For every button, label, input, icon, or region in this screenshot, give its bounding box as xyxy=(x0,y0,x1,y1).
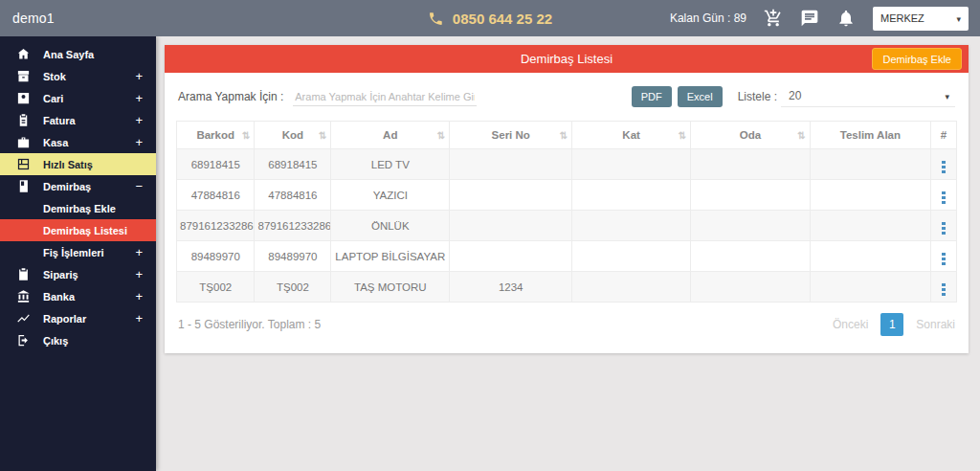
column-header-kat[interactable]: Kat xyxy=(572,122,691,149)
current-page-button[interactable]: 1 xyxy=(880,313,903,336)
expand-plus-icon: + xyxy=(135,114,143,126)
sort-icon[interactable] xyxy=(319,130,326,141)
sidebar-item-label: Fiş İşlemleri xyxy=(43,247,104,258)
sidebar-item-label: Kasa xyxy=(43,137,68,148)
cart-icon[interactable] xyxy=(764,9,783,28)
sidebar-item-hizli-satis[interactable]: Hızlı Satış xyxy=(0,153,156,175)
logout-icon xyxy=(16,333,31,348)
chevron-down-icon xyxy=(945,89,949,102)
column-header-actions: # xyxy=(931,122,957,149)
sidebar-item-demirbas[interactable]: Demirbaş − xyxy=(0,175,156,197)
row-actions-menu-icon[interactable] xyxy=(938,282,949,298)
sidebar-item-label: Banka xyxy=(43,291,75,303)
remaining-days: Kalan Gün : 89 xyxy=(670,11,746,25)
sort-icon[interactable] xyxy=(560,130,568,141)
assets-table: Barkod Kod Ad Seri No Kat Oda Teslim Ala… xyxy=(176,121,957,303)
sidebar-item-label: Fatura xyxy=(43,115,76,126)
sidebar-item-label: Sipariş xyxy=(43,269,78,280)
excel-export-button[interactable]: Excel xyxy=(678,86,723,107)
next-page-button[interactable]: Sonraki xyxy=(916,318,955,331)
sort-icon[interactable] xyxy=(679,130,686,141)
pagination: Önceki 1 Sonraki xyxy=(833,313,955,336)
cash-register-icon xyxy=(16,157,31,171)
branch-select-value: MERKEZ xyxy=(880,12,924,24)
sidebar-item-fis-islemleri[interactable]: Fiş İşlemleri + xyxy=(0,241,156,263)
sidebar-item-fatura[interactable]: Fatura + xyxy=(0,109,156,131)
clipboard-icon xyxy=(16,267,31,281)
table-row: 87916123328664 87916123328664 ÖNLÜK xyxy=(177,211,957,241)
invoice-icon xyxy=(16,113,31,127)
sidebar-item-label: Ana Sayfa xyxy=(43,49,94,60)
page-size-select[interactable]: 20 xyxy=(781,86,955,107)
column-header-kod[interactable]: Kod xyxy=(255,122,331,149)
page-size-label: Listele : xyxy=(738,90,777,103)
sort-icon[interactable] xyxy=(437,130,445,141)
row-actions-menu-icon[interactable] xyxy=(938,191,949,206)
sidebar-item-demirbas-ekle[interactable]: Demirbaş Ekle xyxy=(0,197,156,219)
inventory-box-icon xyxy=(16,69,31,83)
expand-plus-icon: + xyxy=(135,268,143,280)
search-input[interactable] xyxy=(293,88,477,106)
pdf-export-button[interactable]: PDF xyxy=(632,86,672,107)
sidebar-item-cari[interactable]: Cari + xyxy=(0,87,156,109)
add-asset-button[interactable]: Demirbaş Ekle xyxy=(872,48,962,70)
table-row: 68918415 68918415 LED TV xyxy=(177,149,957,180)
home-icon xyxy=(16,47,31,61)
row-actions-menu-icon[interactable] xyxy=(938,221,949,236)
column-header-oda[interactable]: Oda xyxy=(691,122,811,149)
briefcase-icon xyxy=(16,135,31,149)
asset-tablet-icon xyxy=(16,179,31,193)
sidebar-item-stok[interactable]: Stok + xyxy=(0,65,156,87)
results-summary: 1 - 5 Gösteriliyor. Toplam : 5 xyxy=(178,318,321,331)
sidebar-item-siparis[interactable]: Sipariş + xyxy=(0,263,156,285)
asset-list-card: Demirbaş Listesi Demirbaş Ekle Arama Yap… xyxy=(165,45,969,353)
column-header-barkod[interactable]: Barkod xyxy=(177,122,255,149)
bank-icon xyxy=(16,289,31,303)
expand-plus-icon: + xyxy=(135,136,143,148)
phone-number: 0850 644 25 22 xyxy=(453,11,552,27)
expand-plus-icon: + xyxy=(135,246,143,258)
notifications-bell-icon[interactable] xyxy=(836,9,856,28)
table-row: 47884816 47884816 YAZICI xyxy=(177,180,957,211)
sidebar-item-label: Cari xyxy=(43,93,63,104)
sidebar-item-ana-sayfa[interactable]: Ana Sayfa xyxy=(0,43,156,65)
sidebar: Ana Sayfa Stok + Cari + Fatura + Kasa + … xyxy=(0,36,156,471)
sort-icon[interactable] xyxy=(242,130,250,141)
column-header-ad[interactable]: Ad xyxy=(331,122,450,149)
card-header: Demirbaş Listesi Demirbaş Ekle xyxy=(165,45,969,73)
sidebar-item-label: Çıkış xyxy=(43,335,68,347)
page-size-control: Listele : 20 xyxy=(738,86,955,107)
branch-select[interactable]: MERKEZ xyxy=(873,7,969,31)
collapse-minus-icon: − xyxy=(135,180,143,192)
sidebar-item-label: Hızlı Satış xyxy=(43,159,93,170)
sidebar-item-raporlar[interactable]: Raporlar + xyxy=(0,307,156,329)
brand-title: demo1 xyxy=(12,11,55,26)
page-title: Demirbaş Listesi xyxy=(521,52,612,66)
messages-icon[interactable] xyxy=(800,9,819,28)
sidebar-item-label: Raporlar xyxy=(43,313,86,325)
expand-plus-icon: + xyxy=(135,70,143,82)
previous-page-button[interactable]: Önceki xyxy=(833,318,868,331)
column-header-teslim-alan[interactable]: Teslim Alan xyxy=(810,122,930,149)
row-actions-menu-icon[interactable] xyxy=(938,160,949,175)
topbar: demo1 0850 644 25 22 Kalan Gün : 89 MERK… xyxy=(0,0,980,36)
row-actions-menu-icon[interactable] xyxy=(938,252,949,267)
table-row: TŞ002 TŞ002 TAŞ MOTORU 1234 xyxy=(177,272,957,303)
table-footer: 1 - 5 Gösteriliyor. Toplam : 5 Önceki 1 … xyxy=(165,303,969,353)
sidebar-item-banka[interactable]: Banka + xyxy=(0,285,156,307)
sidebar-item-demirbas-listesi[interactable]: Demirbaş Listesi xyxy=(0,219,156,241)
sidebar-item-cikis[interactable]: Çıkış xyxy=(0,329,156,351)
search-label: Arama Yapmak İçin : xyxy=(178,90,283,103)
expand-plus-icon: + xyxy=(135,290,143,303)
column-header-seri-no[interactable]: Seri No xyxy=(450,122,572,149)
sort-icon[interactable] xyxy=(797,130,805,141)
sidebar-item-kasa[interactable]: Kasa + xyxy=(0,131,156,153)
main-content: Demirbaş Listesi Demirbaş Ekle Arama Yap… xyxy=(156,36,980,471)
expand-plus-icon: + xyxy=(135,92,143,104)
chevron-down-icon xyxy=(956,12,961,24)
table-row: 89489970 89489970 LAPTOP BİLGİSAYAR xyxy=(177,241,957,272)
sidebar-item-label: Demirbaş xyxy=(43,181,91,192)
table-header-row: Barkod Kod Ad Seri No Kat Oda Teslim Ala… xyxy=(177,122,957,149)
sidebar-item-label: Demirbaş Ekle xyxy=(43,203,116,214)
phone-display: 0850 644 25 22 xyxy=(428,11,552,27)
